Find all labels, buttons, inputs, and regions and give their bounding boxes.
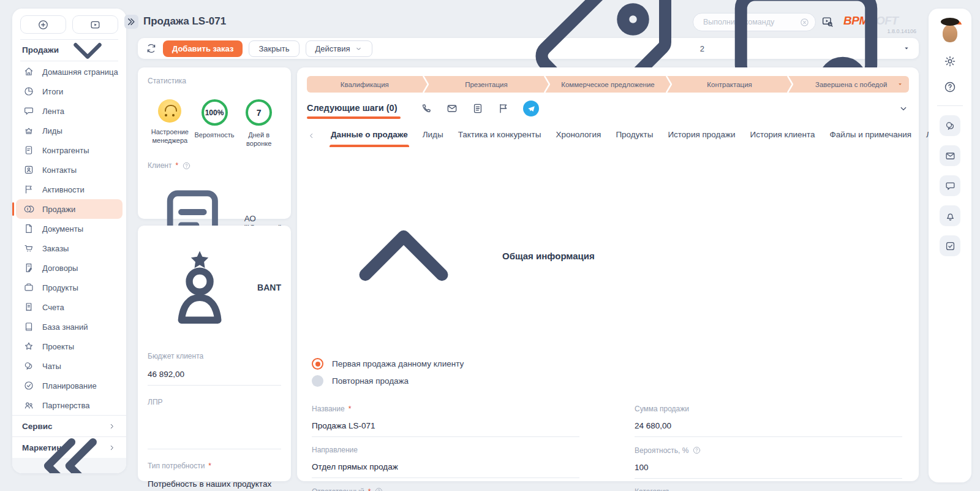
sidebar-item-document[interactable]: Документы — [12, 219, 126, 238]
field-underline — [312, 436, 579, 437]
sidebar-item-accounts[interactable]: Контрагенты — [12, 140, 126, 160]
doc-list-step-button[interactable] — [472, 102, 484, 115]
stage-0[interactable]: Квалификация — [307, 76, 423, 93]
days-in-funnel-indicator: 7 Дней в воронке — [236, 99, 281, 148]
caret-down-icon — [902, 44, 911, 53]
chevron-left-icon — [307, 131, 316, 140]
sidebar-item-contacts[interactable]: Контакты — [12, 160, 126, 180]
flag-icon — [23, 184, 34, 195]
days-ring: 7 — [246, 99, 272, 126]
stats-panel: Статистика Настроение менеджера 100% Вер… — [138, 67, 291, 219]
bell-rail-button[interactable] — [940, 205, 960, 226]
collapse-panel-icon[interactable] — [898, 103, 909, 114]
sidebar-item-partners[interactable]: Партнерства — [12, 395, 126, 415]
radio-label: Первая продажа данному клиенту — [332, 359, 464, 368]
tab-0[interactable]: Данные о продаже — [331, 130, 408, 147]
radio-option-0[interactable]: Первая продажа данному клиенту — [312, 358, 919, 370]
sidebar-item-pie[interactable]: Итоги — [12, 82, 126, 101]
tabs-scroll-left-icon[interactable] — [307, 131, 316, 140]
sidebar-item-leads[interactable]: Лиды — [12, 121, 126, 140]
gear-rail-button[interactable] — [943, 55, 957, 68]
workspace-selector[interactable]: Продажи — [12, 40, 126, 61]
form-field[interactable]: Сумма продажи24 680,00 — [635, 405, 902, 437]
close-button[interactable]: Закрыть — [249, 40, 299, 57]
add-order-button[interactable]: Добавить заказ — [163, 40, 243, 57]
sidebar-item-book[interactable]: База знаний — [12, 317, 126, 337]
field-underline — [148, 449, 281, 449]
refresh-icon[interactable] — [146, 43, 157, 54]
sidebar-item-planning[interactable]: Планирование — [12, 376, 126, 395]
task-icon — [944, 240, 956, 252]
stage-2[interactable]: Коммерческое предложение — [550, 76, 666, 93]
invoice-icon — [23, 302, 34, 313]
sidebar-collapse-button[interactable] — [12, 458, 126, 473]
sale-type-radios: Первая продажа данному клиентуПовторная … — [312, 358, 919, 387]
sidebar-item-coins[interactable]: Продажи — [16, 199, 123, 219]
mail-rail-button[interactable] — [940, 145, 960, 166]
sidebar-item-wallet[interactable]: Продукты — [12, 278, 126, 297]
tab-4[interactable]: Продукты — [616, 130, 653, 147]
sidebar-item-flag[interactable]: Активности — [12, 180, 126, 199]
stage-bar: КвалификацияПрезентацияКоммерческое пред… — [307, 76, 909, 93]
wallet-icon — [23, 282, 34, 293]
phone-icon — [420, 102, 432, 115]
phone-step-button[interactable] — [420, 102, 432, 115]
form-field[interactable]: Ответственный*Киселева Дарина Алексеевна — [312, 487, 579, 491]
workspace-label: Продажи — [22, 45, 59, 55]
telegram-button[interactable] — [523, 101, 539, 116]
sidebar-item-star[interactable]: Проекты — [12, 337, 126, 356]
form-field[interactable]: Вероятность, %100 — [635, 446, 902, 479]
bant-field[interactable]: Тип потребности*Потребность в наших прод… — [148, 462, 281, 491]
radio-option-1[interactable]: Повторная продажа — [312, 375, 919, 387]
sidebar-item-label: Планирование — [42, 381, 97, 390]
chevron-down-icon — [898, 103, 909, 114]
sidebar-item-feed[interactable]: Лента — [12, 101, 126, 121]
next-steps-row: Следующие шаги (0) — [307, 101, 909, 121]
form-field[interactable]: НаправлениеОтдел прямых продаж — [312, 446, 579, 478]
chevron-up-icon — [312, 164, 496, 348]
chats-rail-button[interactable] — [940, 115, 960, 136]
actions-label: Действия — [315, 44, 350, 53]
task-rail-button[interactable] — [940, 235, 960, 256]
user-avatar[interactable] — [937, 17, 963, 42]
sidebar-item-label: Итоги — [42, 87, 63, 96]
panel-expand-button[interactable] — [124, 15, 138, 29]
tab-3[interactable]: Хронология — [556, 130, 601, 147]
sidebar-item-label: Лента — [42, 107, 64, 116]
tag-count: 2 — [700, 44, 704, 53]
sidebar-item-contract[interactable]: Договоры — [12, 258, 126, 278]
actions-button[interactable]: Действия — [306, 40, 372, 57]
stage-3[interactable]: Контрактация — [672, 76, 788, 93]
form-field[interactable]: КатегорияМалый бизнес — [635, 487, 902, 491]
tab-7[interactable]: Файлы и примечания — [830, 130, 911, 147]
collapse-section-icon[interactable] — [312, 164, 496, 348]
tab-5[interactable]: История продажи — [668, 130, 735, 147]
tab-6[interactable]: История клиента — [750, 130, 815, 147]
caret-down-icon[interactable] — [902, 44, 911, 53]
sidebar-item-invoice[interactable]: Счета — [12, 297, 126, 317]
bant-field[interactable]: ЛПР — [148, 398, 281, 449]
book-icon — [23, 321, 34, 332]
sidebar-item-chats[interactable]: Чаты — [12, 356, 126, 376]
field-label: Тип потребности* — [148, 462, 281, 470]
sidebar-item-home[interactable]: Домашняя страница — [12, 62, 126, 82]
leads-icon — [23, 125, 34, 136]
bant-field[interactable]: Бюджет клиента46 892,00 — [148, 352, 281, 386]
sidebar-item-label: Заказы — [42, 244, 69, 253]
help-icon[interactable] — [182, 161, 191, 170]
stage-4[interactable]: Завершена с победой — [793, 76, 909, 93]
tab-1[interactable]: Лиды — [423, 130, 443, 147]
stage-1[interactable]: Презентация — [429, 76, 545, 93]
help-icon — [692, 446, 701, 455]
help-rail-button[interactable] — [943, 80, 957, 94]
form-field[interactable]: Название*Продажа LS-071 — [312, 405, 579, 437]
sidebar-item-cart[interactable]: Заказы — [12, 238, 126, 258]
mail-step-button[interactable] — [446, 102, 458, 115]
field-label: Ответственный* — [312, 487, 579, 491]
star-icon — [23, 341, 34, 352]
sidebar-item-label: Проекты — [42, 342, 74, 351]
comment-rail-button[interactable] — [940, 175, 960, 196]
flag-step-button[interactable] — [497, 102, 510, 115]
sale-detail-card: КвалификацияПрезентацияКоммерческое пред… — [297, 67, 919, 481]
tab-2[interactable]: Тактика и конкуренты — [458, 130, 541, 147]
